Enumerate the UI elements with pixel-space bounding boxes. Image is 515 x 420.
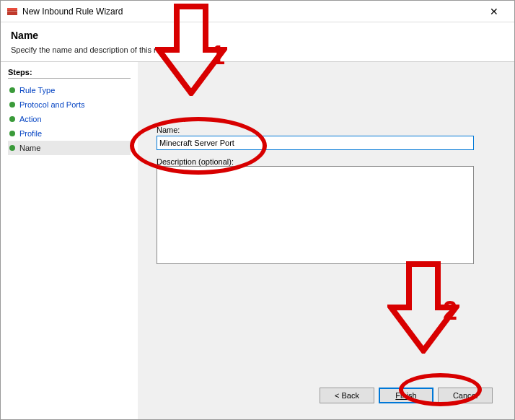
bullet-icon <box>9 131 15 136</box>
step-label: Action <box>19 115 42 123</box>
step-label: Name <box>19 144 40 152</box>
wizard-body: Steps: Rule Type Protocol and Ports Acti… <box>1 62 514 419</box>
step-profile[interactable]: Profile <box>8 126 131 141</box>
step-protocol-ports[interactable]: Protocol and Ports <box>8 97 131 112</box>
bullet-icon <box>9 87 15 93</box>
page-title: Name <box>11 30 504 41</box>
step-rule-type[interactable]: Rule Type <box>8 83 131 97</box>
steps-sidebar: Steps: Rule Type Protocol and Ports Acti… <box>1 62 138 419</box>
description-label: Description (optional): <box>157 157 501 166</box>
name-label: Name: <box>157 126 501 134</box>
close-button[interactable]: ✕ <box>480 6 509 17</box>
bullet-icon <box>9 102 15 108</box>
wizard-header: Name Specify the name and description of… <box>1 22 514 62</box>
step-action[interactable]: Action <box>8 112 131 126</box>
bullet-icon <box>9 145 15 151</box>
back-button[interactable]: < Back <box>320 388 374 403</box>
window-title: New Inbound Rule Wizard <box>22 6 480 17</box>
page-subtitle: Specify the name and description of this… <box>11 45 504 54</box>
main-panel: Name: Description (optional): < Back Fin… <box>138 62 514 419</box>
step-name[interactable]: Name <box>8 141 131 155</box>
bullet-icon <box>9 116 15 122</box>
finish-button[interactable]: Finish <box>379 388 433 403</box>
step-label: Protocol and Ports <box>19 100 85 109</box>
svg-rect-2 <box>7 11 17 12</box>
finish-label: Finish <box>395 391 416 400</box>
svg-rect-1 <box>7 8 17 10</box>
description-textarea[interactable] <box>157 166 474 264</box>
firewall-icon <box>6 6 18 17</box>
button-row: < Back Finish Cancel <box>157 382 501 411</box>
wizard-window: New Inbound Rule Wizard ✕ Name Specify t… <box>0 0 515 420</box>
titlebar: New Inbound Rule Wizard ✕ <box>1 1 514 22</box>
step-label: Rule Type <box>19 86 55 95</box>
name-input[interactable] <box>157 136 474 150</box>
cancel-button[interactable]: Cancel <box>438 388 493 403</box>
steps-heading: Steps: <box>8 68 131 79</box>
step-label: Profile <box>19 129 42 138</box>
